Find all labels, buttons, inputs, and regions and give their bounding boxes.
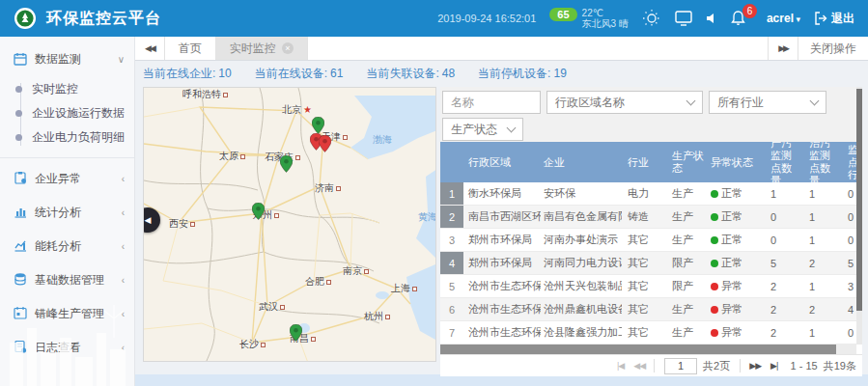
name-filter-input[interactable]: [442, 91, 541, 114]
table-row[interactable]: 5 沧州市生态环保局 沧州天兴包装制品 其它 限产 异常 2 1 3: [440, 275, 856, 298]
tab-realtime-monitor[interactable]: 实时监控 ×: [216, 37, 308, 60]
notification-bell-icon[interactable]: 6: [731, 11, 745, 26]
pollution-points-cell: 0: [757, 234, 796, 246]
tab-close-icon[interactable]: ×: [282, 42, 294, 54]
column-header[interactable]: 异常状态: [709, 156, 757, 169]
sidebar-item[interactable]: 日志查看‹: [0, 331, 134, 365]
region-cell: 南昌市西湖区环保: [463, 209, 541, 224]
horizontal-scrollbar[interactable]: [440, 345, 856, 354]
page-input[interactable]: [664, 358, 697, 374]
industry-filter-select[interactable]: 所有行业: [709, 91, 826, 114]
abnormal-status-cell: 正常: [709, 233, 757, 247]
column-header[interactable]: 治污监测点数量: [796, 142, 834, 187]
status-dot-icon: [711, 306, 718, 314]
table-row[interactable]: 7 沧州市生态环保局 沧县隆鑫强力加工 其它 生产 异常 2 1 0: [440, 321, 856, 345]
pollution-points-cell: 2: [757, 304, 796, 316]
production-status-cell: 限产: [664, 256, 709, 270]
sidebar-item[interactable]: 基础数据管理‹: [0, 263, 134, 297]
map-marker-pin-icon[interactable]: [280, 155, 293, 177]
running-points-cell: 4: [834, 304, 856, 316]
first-page-button[interactable]: |◀: [612, 361, 629, 371]
column-header[interactable]: 行政区域: [463, 156, 541, 169]
production-status-filter-select[interactable]: 生产状态: [442, 118, 523, 141]
map-city-label: 长沙: [239, 338, 266, 351]
production-status-cell: 生产: [664, 302, 709, 317]
town-square-icon: [261, 343, 266, 347]
top-header: 环保监控云平台 2019-09-24 16:52:01 65 22℃ 东北风3 …: [0, 0, 868, 37]
sidebar-item[interactable]: 能耗分析‹: [0, 230, 134, 263]
sidebar-group-data-monitor[interactable]: 数据监测 ∨: [0, 42, 134, 75]
industry-cell: 铸造: [622, 209, 664, 224]
last-page-button[interactable]: ▶|: [766, 361, 782, 371]
region-filter-select[interactable]: 行政区域名称: [546, 91, 703, 114]
tabs-scroll-left-button[interactable]: ◀◀: [135, 37, 165, 60]
company-cell: 沧州鼎鑫机电设备: [541, 302, 622, 317]
status-dot-icon: [711, 213, 718, 221]
vertical-scrollbar-thumb[interactable]: [856, 89, 862, 311]
map-marker-pin-icon[interactable]: [290, 324, 302, 345]
prev-page-button[interactable]: ◀◀: [629, 361, 650, 371]
map-city-label: 武汉: [259, 300, 285, 314]
vertical-scrollbar[interactable]: [856, 87, 862, 345]
town-square-icon: [280, 305, 285, 310]
table-row[interactable]: 4 郑州市环保局 河南同力电力设计 其它 限产 正常 5 2 5: [440, 252, 856, 275]
table-row[interactable]: 2 南昌市西湖区环保 南昌有色金属有限 铸造 生产 正常 0 1 0: [440, 206, 856, 229]
bar-chart-icon: [14, 205, 27, 222]
table-container: 行政区域企业行业生产状态异常状态产污监测点数量治污监测点数量监测点运行 1 衡水…: [440, 142, 856, 345]
chevron-collapsed-icon: ‹: [122, 275, 125, 286]
sidebar-subitem[interactable]: 企业设施运行数据: [0, 101, 134, 125]
map-city-label: 南京: [343, 264, 369, 278]
sidebar-item[interactable]: 企业异常‹: [0, 162, 134, 196]
production-status-cell: 生产: [664, 233, 709, 247]
industry-cell: 其它: [622, 325, 664, 340]
treatment-points-cell: 1: [796, 188, 834, 200]
map-sea-label: 黄海: [418, 210, 436, 224]
map-city-label: 杭州: [364, 310, 390, 323]
speaker-icon[interactable]: [706, 13, 717, 24]
running-points-cell: 0: [834, 327, 856, 339]
map-marker-pin-icon[interactable]: [252, 203, 265, 224]
status-dot-icon: [711, 283, 718, 290]
sidebar-item[interactable]: 统计分析‹: [0, 196, 134, 230]
production-status-cell: 生产: [664, 209, 709, 224]
town-square-icon: [223, 93, 228, 97]
town-square-icon: [364, 269, 369, 274]
map-sea-label: 渤海: [373, 133, 392, 147]
sidebar-submenu: 实时监控企业设施运行数据企业电力负荷明细: [0, 75, 134, 157]
user-menu[interactable]: acrel ▾: [767, 12, 800, 25]
calendar-icon: [14, 306, 27, 323]
production-status-cell: 生产: [664, 186, 709, 201]
map-city-label: 济南: [315, 181, 341, 195]
table-row[interactable]: 3 郑州市环保局 河南办事处演示 其它 生产 正常 0 1 0: [440, 229, 856, 252]
column-header[interactable]: 产污监测点数量: [757, 142, 796, 187]
column-header[interactable]: 生产状态: [664, 150, 709, 175]
region-cell: 衡水环保局: [463, 186, 541, 201]
table-header-row: 行政区域企业行业生产状态异常状态产污监测点数量治污监测点数量监测点运行: [440, 142, 856, 182]
sidebar-subitem[interactable]: 企业电力负荷明细: [0, 125, 134, 150]
abnormal-status-cell: 正常: [709, 186, 757, 201]
table-row[interactable]: 6 沧州市生态环保局 沧州鼎鑫机电设备 其它 生产 异常 2 2 4: [440, 298, 856, 321]
logout-icon: [814, 12, 827, 25]
town-square-icon: [343, 135, 348, 140]
table-body: 1 衡水环保局 安环保 电力 生产 正常 1 1 0 2 南昌市西湖区环保 南昌…: [440, 182, 856, 345]
column-header[interactable]: 行业: [622, 156, 664, 169]
logout-button[interactable]: 退出: [814, 11, 854, 27]
horizontal-scrollbar-thumb[interactable]: [440, 345, 836, 354]
column-header[interactable]: 企业: [541, 156, 622, 169]
sidebar-item[interactable]: 错峰生产管理‹: [0, 297, 134, 331]
sidebar-subitem[interactable]: 实时监控: [0, 77, 134, 101]
chevron-collapsed-icon: ‹: [122, 174, 125, 184]
next-page-button[interactable]: ▶▶: [744, 361, 766, 371]
log-file-icon: [14, 340, 27, 357]
pollution-points-cell: 2: [757, 281, 796, 292]
screen-icon[interactable]: [675, 11, 692, 26]
close-operations-button[interactable]: 关闭操作: [798, 37, 868, 60]
bullet-icon: [15, 86, 22, 93]
sidebar-items: 企业异常‹统计分析‹能耗分析‹基础数据管理‹错峰生产管理‹日志查看‹: [0, 157, 134, 365]
running-points-cell: 0: [834, 188, 856, 200]
map-marker-pin-icon[interactable]: [319, 135, 331, 156]
tab-home[interactable]: 首页: [165, 37, 216, 60]
china-map[interactable]: 呼和浩特北京★天津太原石家庄济南西安郑州南京合肥上海武汉杭州长沙南昌渤海黄海 ◀: [143, 87, 436, 362]
tabs-scroll-right-button[interactable]: ▶▶: [768, 37, 798, 60]
column-header[interactable]: 监测点运行: [834, 144, 856, 181]
